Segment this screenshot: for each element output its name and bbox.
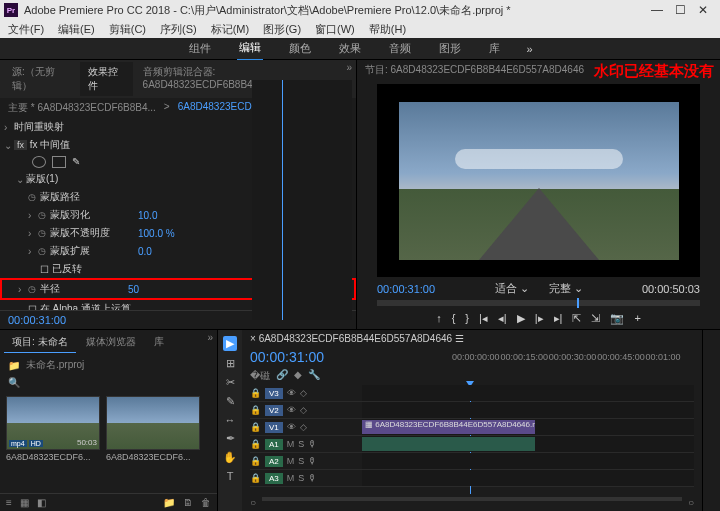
workspace-assembly[interactable]: 组件	[187, 37, 213, 60]
panel-more[interactable]: »	[207, 332, 213, 353]
timeline-tracks[interactable]: 🔒V3👁◇ 🔒V2👁◇ 🔒V1👁◇▦ 6A8D48323ECDF6B8B44E6…	[242, 385, 702, 494]
workspace-effects[interactable]: 效果	[337, 37, 363, 60]
workspace-library[interactable]: 库	[487, 37, 502, 60]
mask-feather-value[interactable]: 10.0	[138, 210, 157, 221]
export-frame-button[interactable]: 📷	[610, 312, 624, 325]
stopwatch-icon[interactable]: ◷	[28, 284, 40, 294]
trash-icon[interactable]: 🗑	[201, 497, 211, 508]
track-v3[interactable]: V3	[265, 388, 283, 399]
track-a2[interactable]: A2	[265, 456, 283, 467]
inverted-checkbox[interactable]: ☐	[40, 264, 49, 275]
track-v2[interactable]: V2	[265, 405, 283, 416]
video-clip[interactable]: ▦ 6A8D48323ECDF6B8B44E6D557A8D4646.mp4 […	[362, 420, 535, 434]
mask-expand-value[interactable]: 0.0	[138, 246, 152, 257]
sequence-thumbnail[interactable]	[106, 396, 200, 450]
menu-window[interactable]: 窗口(W)	[315, 22, 355, 37]
workspace-more[interactable]: »	[526, 43, 532, 55]
mark-out-button[interactable]: {	[452, 312, 456, 325]
radius-value[interactable]: 50	[128, 284, 139, 295]
slip-tool[interactable]: ↔	[225, 414, 236, 426]
mask-pen-icon[interactable]: ✎	[72, 156, 86, 168]
menu-edit[interactable]: 编辑(E)	[58, 22, 95, 37]
sequence-tab[interactable]: 6A8D48323ECDF6B8B44E6D557A8D4646	[259, 333, 452, 344]
resolution-dropdown[interactable]: 完整 ⌄	[549, 281, 583, 296]
tab-project[interactable]: 项目: 未命名	[4, 332, 76, 353]
new-item-icon[interactable]: 🗎	[183, 497, 193, 508]
effect-median[interactable]: fx 中间值	[30, 138, 110, 152]
pen-tool[interactable]: ✒	[226, 432, 235, 445]
mask-opacity-value[interactable]: 100.0 %	[138, 228, 175, 239]
program-scrubber[interactable]	[377, 300, 700, 306]
ripple-tool[interactable]: ✂	[226, 376, 235, 389]
hand-tool[interactable]: ✋	[223, 451, 237, 464]
minimize-button[interactable]: —	[651, 3, 663, 17]
fx-badge[interactable]: fx	[14, 140, 27, 150]
lift-button[interactable]: ⇱	[572, 312, 581, 325]
time-ruler[interactable]: 00:00:00:00 00:00:15:00 00:00:30:00 00:0…	[332, 352, 702, 362]
snap-icon[interactable]: �磁	[250, 369, 270, 383]
mark-in-button[interactable]: ↑	[436, 312, 442, 325]
program-viewer[interactable]	[377, 84, 700, 277]
zoom-slider[interactable]	[262, 497, 682, 501]
keyframe-timeline[interactable]	[252, 80, 352, 320]
project-item[interactable]: 6A8D48323ECDF6...	[106, 396, 200, 462]
close-button[interactable]: ✕	[698, 3, 708, 17]
icon-view-icon[interactable]: ▦	[20, 497, 29, 508]
tab-effect-controls[interactable]: 效果控件	[80, 62, 133, 96]
step-back-button[interactable]: |◂	[479, 312, 488, 325]
stopwatch-icon[interactable]: ◷	[38, 246, 50, 256]
clip-thumbnail[interactable]: mp4HD 50:03	[6, 396, 100, 450]
settings-button[interactable]: +	[634, 312, 640, 325]
new-bin-icon[interactable]: 📁	[163, 497, 175, 508]
play-button[interactable]: ▶	[517, 312, 525, 325]
zoom-out-icon[interactable]: ○	[250, 497, 256, 508]
workspace-graphics[interactable]: 图形	[437, 37, 463, 60]
program-timecode-current[interactable]: 00:00:31:00	[377, 283, 435, 295]
settings-icon[interactable]: 🔧	[308, 369, 320, 383]
list-view-icon[interactable]: ≡	[6, 497, 12, 508]
menu-sequence[interactable]: 序列(S)	[160, 22, 197, 37]
workspace-audio[interactable]: 音频	[387, 37, 413, 60]
track-a3[interactable]: A3	[265, 473, 283, 484]
menu-help[interactable]: 帮助(H)	[369, 22, 406, 37]
razor-tool[interactable]: ✎	[226, 395, 235, 408]
stopwatch-icon[interactable]: ◷	[28, 192, 40, 202]
menu-file[interactable]: 文件(F)	[8, 22, 44, 37]
mask-1[interactable]: 蒙版(1)	[26, 172, 106, 186]
menu-marker[interactable]: 标记(M)	[211, 22, 250, 37]
mask-rect-icon[interactable]	[52, 156, 66, 168]
chevron-down-icon: ⌄	[574, 282, 583, 295]
workspace-editing[interactable]: 编辑	[237, 36, 263, 61]
type-tool[interactable]: T	[227, 470, 234, 482]
stopwatch-icon[interactable]: ◷	[38, 228, 50, 238]
keyframe-playhead[interactable]	[282, 80, 283, 320]
extract-button[interactable]: ⇲	[591, 312, 600, 325]
freeform-view-icon[interactable]: ◧	[37, 497, 46, 508]
timeline-timecode[interactable]: 00:00:31:00	[242, 347, 332, 367]
audio-clip[interactable]	[362, 437, 535, 451]
tab-library[interactable]: 库	[146, 332, 172, 353]
prev-frame-button[interactable]: ◂|	[498, 312, 507, 325]
menu-clip[interactable]: 剪辑(C)	[109, 22, 146, 37]
maximize-button[interactable]: ☐	[675, 3, 686, 17]
marker-icon[interactable]: ◆	[294, 369, 302, 383]
next-frame-button[interactable]: |▸	[535, 312, 544, 325]
selection-tool[interactable]: ▶	[223, 336, 237, 351]
linked-icon[interactable]: 🔗	[276, 369, 288, 383]
track-select-tool[interactable]: ⊞	[226, 357, 235, 370]
menu-graphics[interactable]: 图形(G)	[263, 22, 301, 37]
go-in-button[interactable]: }	[465, 312, 469, 325]
effect-time-remap[interactable]: 时间重映射	[14, 120, 94, 134]
search-icon[interactable]: 🔍	[0, 375, 217, 390]
zoom-fit-dropdown[interactable]: 适合 ⌄	[495, 281, 529, 296]
mask-ellipse-icon[interactable]	[32, 156, 46, 168]
tab-media-browser[interactable]: 媒体浏览器	[78, 332, 144, 353]
track-v1[interactable]: V1	[265, 422, 283, 433]
track-a1[interactable]: A1	[265, 439, 283, 450]
stopwatch-icon[interactable]: ◷	[38, 210, 50, 220]
workspace-color[interactable]: 颜色	[287, 37, 313, 60]
zoom-in-icon[interactable]: ○	[688, 497, 694, 508]
tab-source[interactable]: 源:（无剪辑）	[4, 62, 78, 96]
project-item[interactable]: mp4HD 50:03 6A8D48323ECDF6...	[6, 396, 100, 462]
step-fwd-button[interactable]: ▸|	[554, 312, 563, 325]
